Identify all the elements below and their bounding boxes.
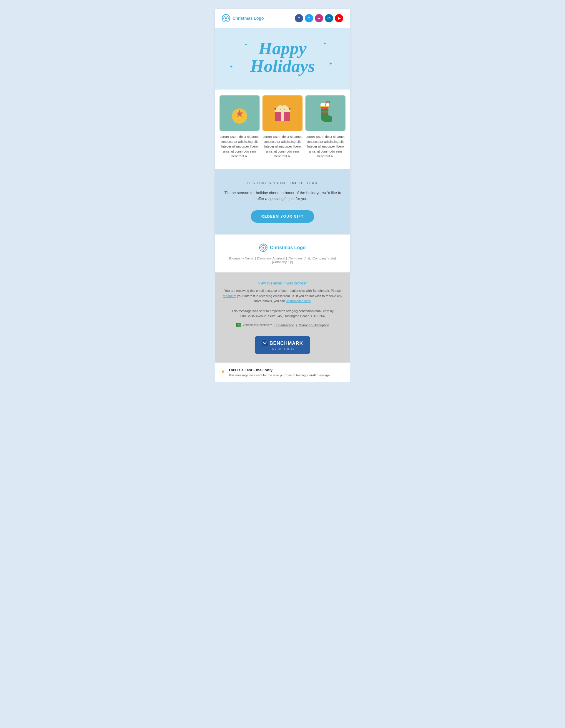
test-email-title: This is a Test Email only.: [228, 368, 331, 372]
verified-label: VérifiedUnsubscribe™: [243, 323, 272, 327]
header-logo: Christmas Logo: [222, 14, 264, 22]
view-browser-link[interactable]: View this email in your browser: [221, 281, 344, 285]
test-text-area: This is a Test Email only. This message …: [228, 368, 331, 377]
separator-1: |: [274, 323, 275, 327]
manage-subscription-link[interactable]: Manage Subscription: [299, 323, 329, 327]
product-image-3: [305, 95, 345, 131]
hero-holidays: Holidays: [221, 57, 344, 75]
linkedin-icon: in: [327, 16, 331, 20]
product-col-2: Lorem ipsum dolor sit amet, consectetur …: [263, 95, 302, 159]
ornament-icon: [229, 101, 250, 125]
email-container: Christmas Logo f t ● in: [215, 9, 350, 272]
instagram-button[interactable]: ●: [315, 14, 323, 22]
svg-point-2: [225, 17, 227, 19]
footer-logo-section: Christmas Logo [Company Name] | [Company…: [215, 234, 350, 272]
cta-section: IT'S THAT SPECIAL TIME OF YEAR 'Tis the …: [215, 169, 350, 235]
hero-banner: ✦ ✦ Happy Holidays ✦ ✦: [215, 28, 350, 90]
receiving-text-1: You are receiving this email because of …: [224, 289, 341, 292]
message-address: 5500 Bolsa Avenue, Suite 245, Huntington…: [239, 314, 326, 318]
footer-logo-text: Christmas Logo: [270, 245, 306, 250]
benchmark-banner[interactable]: BENCHMARK TRY US TODAY: [255, 336, 310, 354]
redeem-gift-button[interactable]: REDEEM YOUR GIFT: [251, 210, 314, 223]
logo-text: Christmas Logo: [233, 16, 264, 21]
facebook-icon: f: [298, 16, 299, 20]
stocking-icon: [315, 101, 336, 125]
products-section: Lorem ipsum dolor sit amet, consectetur …: [215, 90, 350, 169]
email-header: Christmas Logo f t ● in: [215, 9, 350, 28]
footer-logo: Christmas Logo: [222, 244, 343, 252]
test-email-description: This message was sent for the sole purpo…: [228, 373, 331, 377]
product-col-3: Lorem ipsum dolor sit amet, consectetur …: [305, 95, 345, 159]
linkedin-button[interactable]: in: [325, 14, 333, 22]
svg-rect-18: [320, 103, 329, 107]
cta-subtitle: IT'S THAT SPECIAL TIME OF YEAR: [224, 181, 341, 185]
svg-rect-7: [238, 102, 241, 104]
unsubscribe-inline-link[interactable]: unsubscribe here: [286, 299, 311, 303]
social-icons: f t ● in ▶: [295, 14, 343, 22]
separator-2: |: [296, 323, 297, 327]
cta-body: 'Tis the season for holiday cheer. In ho…: [224, 190, 341, 202]
product-col-1: Lorem ipsum dolor sit amet, consectetur …: [220, 95, 260, 159]
benchmark-label: BENCHMARK: [270, 341, 303, 346]
sparkle-3: ✦: [230, 64, 233, 69]
message-sent-text: This message was sent to emperatriz.orte…: [232, 309, 334, 313]
svg-point-22: [263, 247, 264, 249]
page-wrapper: Christmas Logo f t ● in: [0, 0, 565, 382]
youtube-button[interactable]: ▶: [335, 14, 343, 22]
benchmark-logo: BENCHMARK: [262, 340, 303, 346]
message-sent: This message was sent to emperatriz.orte…: [221, 309, 344, 319]
facebook-button[interactable]: f: [295, 14, 303, 22]
hero-title: Happy Holidays: [221, 39, 344, 75]
product-text-3: Lorem ipsum dolor sit amet, consectetur …: [305, 134, 345, 159]
logo-icon: [222, 14, 230, 22]
footer-logo-icon: [259, 244, 268, 252]
product-image-2: [263, 95, 302, 131]
youtube-icon: ▶: [338, 16, 340, 20]
hero-happy: Happy: [221, 39, 344, 57]
unsubscribe-link[interactable]: Unsubscribe: [276, 323, 294, 327]
footer-address: [Company Name] | [Company Address] | [Co…: [222, 257, 343, 264]
sparkle-4: ✦: [329, 61, 332, 66]
verified-badge: ✔: [236, 323, 241, 327]
product-text-1: Lorem ipsum dolor sit amet, consectetur …: [220, 134, 260, 159]
products-grid: Lorem ipsum dolor sit amet, consectetur …: [220, 95, 345, 159]
bottom-footer: View this email in your browser You are …: [215, 272, 350, 363]
svg-point-17: [281, 106, 284, 109]
twitter-icon: t: [308, 16, 309, 20]
reconfirm-link[interactable]: reconfirm: [223, 294, 236, 298]
test-email-banner: ★ This is a Test Email only. This messag…: [215, 363, 350, 382]
test-star-icon: ★: [221, 368, 226, 375]
twitter-button[interactable]: t: [305, 14, 313, 22]
product-text-2: Lorem ipsum dolor sit amet, consectetur …: [263, 134, 302, 159]
product-image-1: [220, 95, 260, 131]
receiving-text: You are receiving this email because of …: [221, 288, 344, 304]
gift-icon: [272, 101, 293, 125]
email-outer: Christmas Logo f t ● in: [0, 0, 565, 382]
verified-area: ✔ VérifiedUnsubscribe™ | Unsubscribe | M…: [221, 323, 344, 327]
instagram-icon: ●: [318, 16, 320, 20]
try-us-today: TRY US TODAY: [262, 348, 303, 351]
benchmark-icon: [262, 340, 268, 346]
